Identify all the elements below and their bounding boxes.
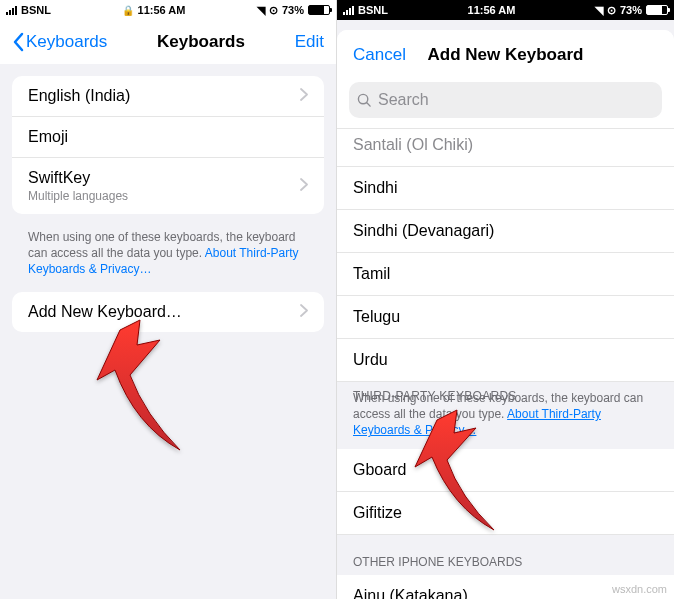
modal-nav: Cancel Add New Keyboard xyxy=(337,30,674,80)
left-screen: BSNL 🔒 11:56 AM ◥ ⊙ 73% Keyboards Keyboa… xyxy=(0,0,337,599)
list-item[interactable]: Urdu xyxy=(337,339,674,382)
alarm-icon: ⊙ xyxy=(269,4,278,17)
search-placeholder: Search xyxy=(378,91,429,109)
keyboard-name: Emoji xyxy=(28,128,68,145)
add-label: Add New Keyboard… xyxy=(28,303,300,321)
list-item[interactable]: Sindhi (Devanagari) xyxy=(337,210,674,253)
svg-line-1 xyxy=(367,102,370,105)
chevron-left-icon xyxy=(12,32,24,52)
status-time: 11:56 AM xyxy=(138,4,186,16)
status-bar: BSNL 11:56 AM ◥ ⊙ 73% xyxy=(337,0,674,20)
battery-icon xyxy=(646,5,668,15)
cancel-button[interactable]: Cancel xyxy=(353,45,406,65)
add-keyboard-modal: Cancel Add New Keyboard Search Santali (… xyxy=(337,30,674,599)
list-item[interactable]: Sindhi xyxy=(337,167,674,210)
add-new-keyboard-button[interactable]: Add New Keyboard… xyxy=(12,292,324,332)
nav-bar: Keyboards Keyboards Edit xyxy=(0,20,336,64)
section-header: OTHER IPHONE KEYBOARDS xyxy=(337,535,674,575)
list-item-gifitize[interactable]: Gifitize xyxy=(337,492,674,535)
watermark: wsxdn.com xyxy=(612,583,667,595)
keyboard-name: SwiftKey xyxy=(28,169,300,187)
carrier-label: BSNL xyxy=(21,4,51,16)
list-item[interactable]: Tamil xyxy=(337,253,674,296)
keyboard-row-english[interactable]: English (India) xyxy=(12,76,324,117)
list-item-gboard[interactable]: Gboard xyxy=(337,449,674,492)
signal-bars-icon xyxy=(6,5,17,15)
alarm-icon: ⊙ xyxy=(607,4,616,17)
battery-percent: 73% xyxy=(282,4,304,16)
back-label: Keyboards xyxy=(26,32,107,52)
edit-button[interactable]: Edit xyxy=(295,32,324,52)
third-party-section: THIRD-PARTY KEYBOARDS When using one of … xyxy=(337,382,674,449)
chevron-right-icon xyxy=(300,87,308,105)
keyboard-row-emoji[interactable]: Emoji xyxy=(12,117,324,158)
section-header: THIRD-PARTY KEYBOARDS xyxy=(353,388,517,404)
chevron-right-icon xyxy=(300,303,308,321)
status-time: 11:56 AM xyxy=(468,4,516,16)
search-icon xyxy=(357,93,372,108)
add-keyboard-group: Add New Keyboard… xyxy=(12,292,324,332)
page-title: Keyboards xyxy=(157,32,245,52)
status-bar: BSNL 🔒 11:56 AM ◥ ⊙ 73% xyxy=(0,0,336,20)
search-wrap: Search xyxy=(337,80,674,128)
list-item[interactable]: Telugu xyxy=(337,296,674,339)
search-input[interactable]: Search xyxy=(349,82,662,118)
keyboard-sub: Multiple languages xyxy=(28,189,300,203)
privacy-footer: When using one of these keyboards, the k… xyxy=(12,222,324,292)
signal-bars-icon xyxy=(343,5,354,15)
right-screen: BSNL 11:56 AM ◥ ⊙ 73% Cancel Add New Key… xyxy=(337,0,674,599)
battery-percent: 73% xyxy=(620,4,642,16)
keyboard-row-swiftkey[interactable]: SwiftKey Multiple languages xyxy=(12,158,324,214)
back-button[interactable]: Keyboards xyxy=(12,32,107,52)
carrier-label: BSNL xyxy=(358,4,388,16)
keyboards-group: English (India) Emoji SwiftKey Multiple … xyxy=(12,76,324,214)
battery-icon xyxy=(308,5,330,15)
lock-icon: 🔒 xyxy=(122,5,134,16)
list-item[interactable]: Santali (Ol Chiki) xyxy=(337,128,674,167)
content-area: English (India) Emoji SwiftKey Multiple … xyxy=(0,64,336,599)
keyboard-list: Santali (Ol Chiki) Sindhi Sindhi (Devana… xyxy=(337,128,674,599)
location-icon: ◥ xyxy=(257,4,265,17)
modal-title: Add New Keyboard xyxy=(428,45,584,65)
keyboard-name: English (India) xyxy=(28,87,130,104)
chevron-right-icon xyxy=(300,177,308,195)
location-icon: ◥ xyxy=(595,4,603,17)
